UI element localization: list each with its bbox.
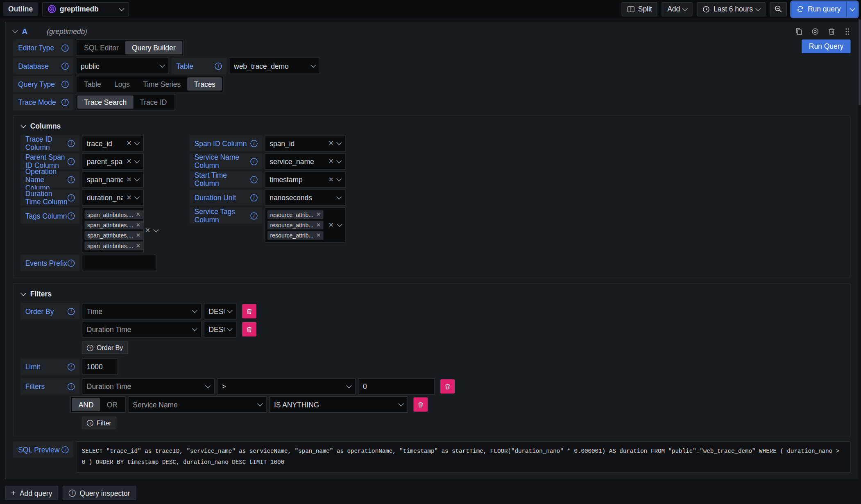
query-type-logs[interactable]: Logs [108, 77, 136, 90]
trace-search-option[interactable]: Trace Search [77, 95, 133, 108]
service-name-column-select[interactable]: service_name✕ [265, 153, 346, 170]
outline-button[interactable]: Outline [3, 2, 38, 16]
events-prefix-input[interactable] [82, 255, 157, 271]
info-icon[interactable]: i [68, 212, 75, 219]
filter-operator-select-2[interactable]: IS ANYTHING [269, 396, 408, 413]
tags-column-multiselect[interactable]: span_attributes....✕ span_attributes....… [82, 208, 144, 253]
remove-chip-icon[interactable]: ✕ [136, 243, 140, 249]
run-query-button[interactable]: Run query [791, 1, 846, 17]
time-range-picker[interactable]: Last 6 hours [697, 2, 766, 16]
service-tags-column-multiselect[interactable]: resource_attrib...✕ resource_attrib...✕ … [265, 208, 346, 243]
clear-icon[interactable]: ✕ [126, 158, 131, 165]
remove-chip-icon[interactable]: ✕ [316, 222, 321, 228]
query-inspector-button[interactable]: i Query inspector [63, 486, 136, 500]
datasource-picker[interactable]: greptimedb [42, 2, 129, 16]
info-icon[interactable]: i [68, 383, 75, 390]
order-by-field-select-2[interactable]: Duration Time [82, 321, 202, 337]
plus-circle-icon: + [87, 420, 93, 426]
order-by-direction-select-2[interactable]: DESC [204, 321, 236, 337]
page-scrollbar[interactable] [859, 19, 861, 105]
info-icon[interactable]: i [250, 212, 257, 219]
filter-value-input[interactable]: 0 [358, 378, 435, 395]
info-icon[interactable]: i [68, 176, 75, 183]
operation-name-column-select[interactable]: span_name✕ [82, 171, 144, 188]
clear-all-icon[interactable]: ✕ [329, 222, 334, 228]
clear-icon[interactable]: ✕ [126, 176, 131, 183]
remove-chip-icon[interactable]: ✕ [316, 212, 321, 217]
query-builder-option[interactable]: Query Builder [125, 41, 182, 54]
duplicate-query-icon[interactable] [795, 27, 803, 35]
parent-span-id-column-select[interactable]: parent_span_id✕ [82, 153, 144, 170]
or-option[interactable]: OR [100, 398, 124, 411]
split-button[interactable]: Split [622, 2, 658, 16]
info-icon[interactable]: i [68, 363, 75, 370]
collapse-icon [20, 290, 26, 296]
database-select[interactable]: public [76, 58, 169, 74]
order-by-field-select[interactable]: Time [82, 303, 202, 319]
collapse-query-icon[interactable] [12, 28, 18, 33]
remove-chip-icon[interactable]: ✕ [316, 233, 321, 238]
hide-response-eye-icon[interactable] [811, 27, 819, 35]
clear-all-icon[interactable]: ✕ [145, 227, 150, 233]
remove-order-by-button[interactable] [242, 304, 256, 319]
query-footer: + Add query i Query inspector [5, 486, 861, 500]
run-query-panel-button[interactable]: Run Query [802, 40, 850, 54]
add-filter-button[interactable]: +Filter [82, 416, 116, 429]
sql-editor-option[interactable]: SQL Editor [77, 41, 125, 54]
query-type-traces[interactable]: Traces [187, 77, 222, 90]
info-icon[interactable]: i [68, 194, 75, 201]
info-icon[interactable]: i [215, 62, 222, 69]
limit-input[interactable]: 1000 [82, 358, 118, 375]
remove-chip-icon[interactable]: ✕ [136, 222, 140, 228]
query-type-timeseries[interactable]: Time Series [136, 77, 188, 90]
run-query-dropdown[interactable] [846, 1, 858, 17]
and-option[interactable]: AND [72, 398, 100, 411]
duration-unit-select[interactable]: nanoseconds [265, 189, 346, 206]
filter-field-select-2[interactable]: Service Name [128, 396, 267, 413]
remove-query-trash-icon[interactable] [827, 27, 836, 35]
table-select[interactable]: web_trace_demo [229, 58, 320, 74]
drag-handle-icon[interactable] [844, 27, 850, 35]
info-icon[interactable]: i [68, 307, 75, 314]
filter-field-select[interactable]: Duration Time [82, 378, 215, 395]
filters-section-header[interactable]: Filters [21, 290, 843, 298]
add-query-button[interactable]: + Add query [5, 486, 58, 500]
remove-filter-button-2[interactable] [413, 398, 428, 412]
add-button[interactable]: Add [662, 2, 693, 16]
clear-icon[interactable]: ✕ [126, 140, 131, 147]
clear-icon[interactable]: ✕ [329, 140, 334, 147]
duration-time-column-select[interactable]: duration_nano✕ [82, 189, 144, 206]
zoom-out-button[interactable] [770, 2, 787, 16]
remove-filter-button[interactable] [440, 379, 455, 393]
info-icon[interactable]: i [61, 99, 68, 106]
start-time-column-select[interactable]: timestamp✕ [265, 171, 346, 188]
order-by-direction-select[interactable]: DESC [204, 303, 236, 319]
columns-section-header[interactable]: Columns [21, 122, 843, 130]
clear-icon[interactable]: ✕ [329, 176, 334, 183]
info-icon[interactable]: i [68, 158, 75, 165]
trace-id-option[interactable]: Trace ID [133, 95, 173, 108]
info-icon[interactable]: i [250, 194, 257, 201]
info-icon[interactable]: i [250, 158, 257, 165]
span-id-column-select[interactable]: span_id✕ [265, 135, 346, 151]
info-icon[interactable]: i [61, 446, 68, 453]
remove-chip-icon[interactable]: ✕ [136, 233, 140, 238]
info-icon[interactable]: i [61, 62, 68, 69]
filter-operator-select[interactable]: > [217, 378, 356, 395]
trace-id-column-select[interactable]: trace_id✕ [82, 135, 144, 151]
info-icon[interactable]: i [250, 176, 257, 183]
info-icon[interactable]: i [68, 259, 75, 266]
add-order-by-button[interactable]: +Order By [82, 341, 128, 354]
chevron-down-icon [154, 227, 159, 232]
info-icon[interactable]: i [250, 140, 257, 147]
info-icon[interactable]: i [68, 140, 75, 147]
chevron-down-icon [119, 5, 124, 11]
query-ref-id[interactable]: A [22, 27, 28, 36]
info-icon[interactable]: i [61, 80, 68, 87]
query-type-table[interactable]: Table [77, 77, 108, 90]
remove-order-by-button-2[interactable] [242, 322, 256, 337]
clear-icon[interactable]: ✕ [126, 194, 131, 201]
info-icon[interactable]: i [61, 44, 68, 51]
clear-icon[interactable]: ✕ [329, 158, 334, 165]
remove-chip-icon[interactable]: ✕ [136, 212, 140, 217]
